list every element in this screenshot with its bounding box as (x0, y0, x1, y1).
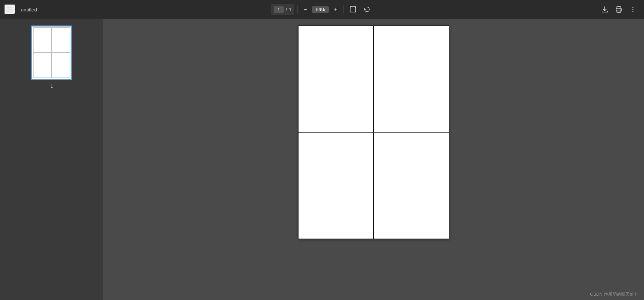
menu-button[interactable] (4, 4, 15, 14)
doc-cell-bl (298, 132, 374, 239)
page-separator: / (286, 7, 287, 12)
print-button[interactable] (613, 4, 625, 15)
document-viewer[interactable] (103, 19, 644, 300)
divider (298, 5, 298, 13)
toolbar-right (599, 4, 644, 15)
thumbnail-container: 1 (31, 26, 72, 89)
print-icon (615, 6, 623, 13)
zoom-level-input[interactable] (312, 6, 329, 13)
more-icon (629, 6, 637, 13)
doc-cell-tl (298, 26, 374, 132)
svg-rect-1 (617, 6, 621, 9)
svg-point-6 (633, 11, 634, 12)
divider-2 (343, 5, 343, 13)
thumb-cell-tl (33, 28, 52, 53)
document-title: untitled (21, 7, 37, 12)
rotate-button[interactable] (361, 5, 373, 14)
zoom-in-button[interactable]: + (331, 5, 340, 14)
toolbar: untitled / 1 − + (0, 0, 644, 19)
thumb-cell-tr (52, 28, 70, 53)
page-thumbnail[interactable] (31, 26, 72, 80)
thumbnail-page-label: 1 (51, 84, 53, 89)
download-button[interactable] (599, 4, 610, 15)
thumbnail-page-content (33, 27, 70, 78)
svg-point-5 (633, 9, 634, 10)
sidebar: 1 (0, 19, 103, 300)
doc-cell-tr (374, 26, 449, 132)
svg-point-4 (633, 7, 634, 8)
doc-cell-br (374, 132, 449, 239)
page-number-input[interactable] (274, 6, 284, 13)
total-pages: 1 (289, 7, 291, 12)
main-area: 1 (0, 19, 644, 300)
toolbar-left: untitled (0, 4, 37, 14)
download-icon (601, 6, 608, 13)
fit-page-icon (350, 6, 356, 13)
fit-page-button[interactable] (347, 5, 359, 14)
thumb-cell-br (52, 53, 70, 78)
hamburger-icon (7, 7, 13, 12)
svg-rect-0 (350, 7, 356, 12)
zoom-out-button[interactable]: − (301, 5, 310, 14)
toolbar-center: / 1 − + (271, 4, 373, 15)
thumb-cell-bl (33, 53, 52, 78)
more-options-button[interactable] (627, 4, 639, 15)
document-page (298, 26, 449, 239)
rotate-icon (364, 6, 370, 13)
svg-point-3 (620, 10, 621, 10)
page-controls: / 1 (271, 4, 294, 15)
